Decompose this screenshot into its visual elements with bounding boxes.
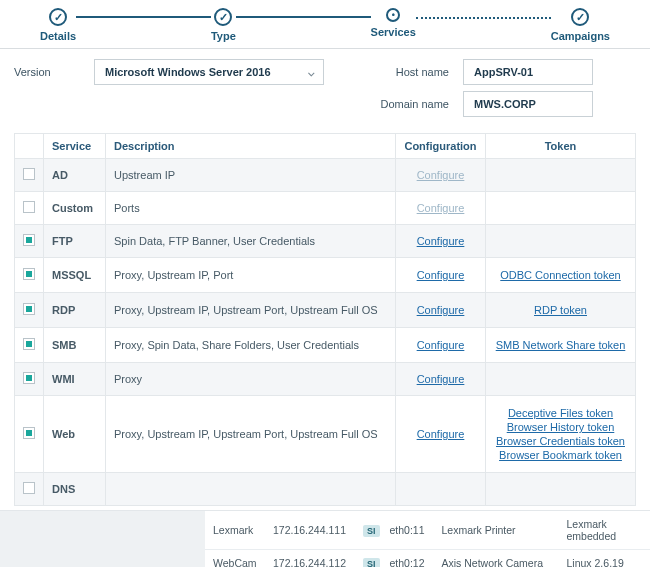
col-configuration: Configuration bbox=[396, 134, 486, 159]
table-row: WMIProxyConfigure bbox=[15, 363, 636, 396]
service-configuration-cell: Configure bbox=[396, 258, 486, 293]
service-token-cell: SMB Network Share token bbox=[486, 328, 636, 363]
check-icon: ✓ bbox=[571, 8, 589, 26]
device-interface: eth0:11 bbox=[390, 524, 432, 536]
token-link[interactable]: RDP token bbox=[494, 304, 627, 316]
service-configuration-cell: Configure bbox=[396, 159, 486, 192]
form-area: Version Microsoft Windows Server 2016 ⌵ … bbox=[0, 49, 650, 133]
device-ip: 172.16.244.112 bbox=[273, 557, 353, 567]
device-row[interactable]: WebCam172.16.244.112SIeth0:12Axis Networ… bbox=[205, 550, 650, 567]
service-token-cell: ODBC Connection token bbox=[486, 258, 636, 293]
table-row: WebProxy, Upstream IP, Upstream Port, Up… bbox=[15, 396, 636, 473]
service-checkbox[interactable] bbox=[23, 268, 35, 280]
device-badge: SI bbox=[363, 525, 380, 537]
service-configuration-cell: Configure bbox=[396, 293, 486, 328]
device-os: Lexmark embedded bbox=[567, 518, 642, 542]
hostname-label: Host name bbox=[374, 66, 449, 78]
device-row[interactable]: Lexmark172.16.244.111SIeth0:11Lexmark Pr… bbox=[205, 511, 650, 550]
service-description: Proxy bbox=[106, 363, 396, 396]
device-badge: SI bbox=[363, 558, 380, 567]
col-service: Service bbox=[44, 134, 106, 159]
configure-link[interactable]: Configure bbox=[417, 373, 465, 385]
table-row: RDPProxy, Upstream IP, Upstream Port, Up… bbox=[15, 293, 636, 328]
device-interface: eth0:12 bbox=[390, 557, 432, 567]
table-row: FTPSpin Data, FTP Banner, User Credentia… bbox=[15, 225, 636, 258]
service-name: DNS bbox=[44, 473, 106, 506]
service-configuration-cell: Configure bbox=[396, 328, 486, 363]
version-select[interactable]: Microsoft Windows Server 2016 ⌵ bbox=[94, 59, 324, 85]
step-connector bbox=[416, 17, 551, 19]
table-row: CustomPortsConfigure bbox=[15, 192, 636, 225]
token-link[interactable]: Browser Bookmark token bbox=[494, 449, 627, 461]
service-token-cell bbox=[486, 225, 636, 258]
configure-link[interactable]: Configure bbox=[417, 339, 465, 351]
services-table-wrap: Service Description Configuration Token … bbox=[0, 133, 650, 510]
token-link[interactable]: Browser History token bbox=[494, 421, 627, 433]
device-model: Axis Network Camera bbox=[442, 557, 557, 567]
table-row: SMBProxy, Spin Data, Share Folders, User… bbox=[15, 328, 636, 363]
hostname-field[interactable]: AppSRV-01 bbox=[463, 59, 593, 85]
service-name: Web bbox=[44, 396, 106, 473]
service-description: Spin Data, FTP Banner, User Credentials bbox=[106, 225, 396, 258]
domain-label: Domain name bbox=[374, 98, 449, 110]
wizard-stepper: ✓ Details ✓ Type • Services ✓ Campaigns bbox=[0, 0, 650, 46]
step-connector bbox=[236, 16, 371, 18]
service-checkbox[interactable] bbox=[23, 234, 35, 246]
service-checkbox[interactable] bbox=[23, 482, 35, 494]
configure-link[interactable]: Configure bbox=[417, 235, 465, 247]
service-token-cell bbox=[486, 363, 636, 396]
device-name: Lexmark bbox=[213, 524, 263, 536]
step-type[interactable]: ✓ Type bbox=[211, 8, 236, 42]
service-description: Proxy, Upstream IP, Upstream Port, Upstr… bbox=[106, 293, 396, 328]
service-configuration-cell: Configure bbox=[396, 225, 486, 258]
devices-strip: Lexmark172.16.244.111SIeth0:11Lexmark Pr… bbox=[0, 510, 650, 567]
service-token-cell bbox=[486, 473, 636, 506]
step-label: Type bbox=[211, 30, 236, 42]
service-description: Proxy, Upstream IP, Port bbox=[106, 258, 396, 293]
service-name: Custom bbox=[44, 192, 106, 225]
step-label: Services bbox=[371, 26, 416, 38]
service-checkbox[interactable] bbox=[23, 427, 35, 439]
version-label: Version bbox=[14, 66, 74, 78]
service-checkbox[interactable] bbox=[23, 372, 35, 384]
service-name: AD bbox=[44, 159, 106, 192]
check-icon: ✓ bbox=[214, 8, 232, 26]
configure-link[interactable]: Configure bbox=[417, 428, 465, 440]
configure-link: Configure bbox=[417, 202, 465, 214]
token-link[interactable]: Deceptive Files token bbox=[494, 407, 627, 419]
version-value: Microsoft Windows Server 2016 bbox=[105, 66, 271, 78]
service-checkbox[interactable] bbox=[23, 303, 35, 315]
services-table: Service Description Configuration Token … bbox=[14, 133, 636, 506]
token-link[interactable]: SMB Network Share token bbox=[494, 339, 627, 351]
service-configuration-cell bbox=[396, 473, 486, 506]
service-checkbox[interactable] bbox=[23, 168, 35, 180]
service-name: RDP bbox=[44, 293, 106, 328]
service-configuration-cell: Configure bbox=[396, 192, 486, 225]
configure-link: Configure bbox=[417, 169, 465, 181]
service-configuration-cell: Configure bbox=[396, 396, 486, 473]
service-description: Upstream IP bbox=[106, 159, 396, 192]
configure-link[interactable]: Configure bbox=[417, 269, 465, 281]
step-connector bbox=[76, 16, 211, 18]
service-checkbox[interactable] bbox=[23, 338, 35, 350]
step-campaigns[interactable]: ✓ Campaigns bbox=[551, 8, 610, 42]
step-label: Campaigns bbox=[551, 30, 610, 42]
step-details[interactable]: ✓ Details bbox=[40, 8, 76, 42]
service-token-cell bbox=[486, 159, 636, 192]
service-name: FTP bbox=[44, 225, 106, 258]
service-name: MSSQL bbox=[44, 258, 106, 293]
service-description: Ports bbox=[106, 192, 396, 225]
device-model: Lexmark Printer bbox=[442, 524, 557, 536]
configure-link[interactable]: Configure bbox=[417, 304, 465, 316]
device-name: WebCam bbox=[213, 557, 263, 567]
hostname-value: AppSRV-01 bbox=[474, 66, 533, 78]
service-checkbox[interactable] bbox=[23, 201, 35, 213]
domain-field[interactable]: MWS.CORP bbox=[463, 91, 593, 117]
devices-strip-left bbox=[0, 511, 205, 567]
token-link[interactable]: ODBC Connection token bbox=[494, 269, 627, 281]
devices-list: Lexmark172.16.244.111SIeth0:11Lexmark Pr… bbox=[205, 511, 650, 567]
token-link[interactable]: Browser Credentials token bbox=[494, 435, 627, 447]
col-check bbox=[15, 134, 44, 159]
step-services[interactable]: • Services bbox=[371, 8, 416, 38]
table-row: DNS bbox=[15, 473, 636, 506]
